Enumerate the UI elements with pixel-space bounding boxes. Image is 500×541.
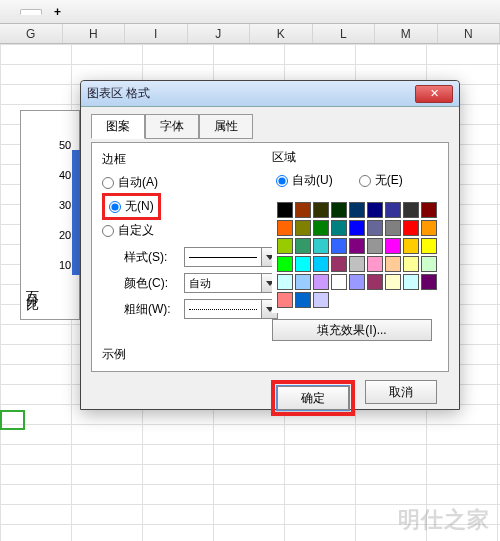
sheet-tab[interactable] — [20, 9, 42, 15]
column-headers: G H I J K L M N — [0, 24, 500, 44]
radio-input[interactable] — [109, 201, 121, 213]
area-heading: 区域 — [272, 149, 452, 166]
color-swatch[interactable] — [331, 202, 347, 218]
color-swatch[interactable] — [421, 202, 437, 218]
color-value: 自动 — [184, 273, 262, 293]
radio-input[interactable] — [359, 175, 371, 187]
chart-y-tick: 20 — [59, 229, 71, 241]
color-swatch[interactable] — [367, 202, 383, 218]
border-none-radio[interactable]: 无(N) — [109, 196, 154, 217]
dialog-titlebar[interactable]: 图表区 格式 ✕ — [81, 81, 459, 107]
color-swatch[interactable] — [403, 274, 419, 290]
color-swatch[interactable] — [295, 292, 311, 308]
color-swatch[interactable] — [367, 256, 383, 272]
color-swatch[interactable] — [295, 256, 311, 272]
color-swatch[interactable] — [331, 238, 347, 254]
color-swatch[interactable] — [295, 238, 311, 254]
weight-label: 粗细(W): — [124, 301, 176, 318]
color-swatch[interactable] — [295, 274, 311, 290]
line-sample-icon — [189, 257, 257, 258]
radio-input[interactable] — [276, 175, 288, 187]
col-header[interactable]: J — [188, 24, 251, 43]
color-swatch[interactable] — [277, 274, 293, 290]
col-header[interactable]: L — [313, 24, 376, 43]
color-swatch[interactable] — [277, 238, 293, 254]
color-swatch[interactable] — [331, 274, 347, 290]
color-swatch[interactable] — [403, 202, 419, 218]
color-swatch[interactable] — [385, 274, 401, 290]
dialog-buttons: 确定 取消 — [91, 372, 449, 416]
color-swatch[interactable] — [277, 256, 293, 272]
col-header[interactable]: M — [375, 24, 438, 43]
color-swatch[interactable] — [403, 238, 419, 254]
example-label: 示例 — [102, 346, 126, 363]
tab-panel: 边框 自动(A) 无(N) 自定义 样式(S): — [91, 142, 449, 372]
color-swatch[interactable] — [313, 274, 329, 290]
color-swatch[interactable] — [349, 274, 365, 290]
area-auto-radio[interactable]: 自动(U) — [276, 170, 333, 191]
color-swatch[interactable] — [421, 256, 437, 272]
radio-label: 无(E) — [375, 172, 403, 189]
tab-font[interactable]: 字体 — [145, 114, 199, 139]
color-swatch[interactable] — [367, 220, 383, 236]
cancel-button[interactable]: 取消 — [365, 380, 437, 404]
color-swatch[interactable] — [349, 202, 365, 218]
color-swatch[interactable] — [313, 292, 329, 308]
tab-pattern[interactable]: 图案 — [91, 114, 145, 139]
col-header[interactable]: I — [125, 24, 188, 43]
tab-attributes[interactable]: 属性 — [199, 114, 253, 139]
color-swatch[interactable] — [331, 220, 347, 236]
close-button[interactable]: ✕ — [415, 85, 453, 103]
fill-effects-button[interactable]: 填充效果(I)... — [272, 319, 432, 341]
style-combo[interactable] — [184, 247, 278, 267]
add-sheet-button[interactable]: + — [44, 3, 71, 21]
color-swatch[interactable] — [313, 202, 329, 218]
color-palette — [272, 197, 442, 313]
chart-y-tick: 50 — [59, 139, 71, 151]
color-swatch[interactable] — [277, 220, 293, 236]
color-swatch[interactable] — [421, 238, 437, 254]
color-swatch[interactable] — [349, 238, 365, 254]
color-swatch[interactable] — [331, 256, 347, 272]
color-swatch[interactable] — [421, 220, 437, 236]
color-swatch[interactable] — [313, 220, 329, 236]
radio-input[interactable] — [102, 225, 114, 237]
col-header[interactable]: K — [250, 24, 313, 43]
color-swatch[interactable] — [367, 238, 383, 254]
color-swatch[interactable] — [385, 202, 401, 218]
radio-input[interactable] — [102, 177, 114, 189]
radio-label: 自动(U) — [292, 172, 333, 189]
color-swatch[interactable] — [295, 202, 311, 218]
color-swatch[interactable] — [313, 256, 329, 272]
color-swatch[interactable] — [385, 220, 401, 236]
highlight-ok-button: 确定 — [271, 380, 355, 416]
color-swatch[interactable] — [421, 274, 437, 290]
chart-preview: 百分比 50 40 30 20 10 — [20, 110, 80, 320]
chart-y-tick: 10 — [59, 259, 71, 271]
color-swatch[interactable] — [403, 256, 419, 272]
color-swatch[interactable] — [295, 220, 311, 236]
highlight-border-none: 无(N) — [102, 193, 161, 220]
chart-y-tick: 30 — [59, 199, 71, 211]
radio-label: 自动(A) — [118, 174, 158, 191]
weight-combo[interactable] — [184, 299, 278, 319]
color-swatch[interactable] — [385, 256, 401, 272]
col-header[interactable]: H — [63, 24, 126, 43]
color-label: 颜色(C): — [124, 275, 176, 292]
color-combo[interactable]: 自动 — [184, 273, 278, 293]
col-header[interactable]: N — [438, 24, 501, 43]
color-swatch[interactable] — [367, 274, 383, 290]
ok-button[interactable]: 确定 — [277, 386, 349, 410]
color-swatch[interactable] — [349, 256, 365, 272]
color-swatch[interactable] — [403, 220, 419, 236]
color-swatch[interactable] — [349, 220, 365, 236]
color-swatch[interactable] — [277, 202, 293, 218]
color-swatch[interactable] — [385, 238, 401, 254]
col-header[interactable]: G — [0, 24, 63, 43]
selected-cell-marker — [0, 410, 25, 430]
color-swatch[interactable] — [313, 238, 329, 254]
color-swatch[interactable] — [277, 292, 293, 308]
format-chart-area-dialog: 图表区 格式 ✕ 图案 字体 属性 边框 自动(A) 无(N) — [80, 80, 460, 410]
area-none-radio[interactable]: 无(E) — [359, 170, 403, 191]
style-label: 样式(S): — [124, 249, 176, 266]
